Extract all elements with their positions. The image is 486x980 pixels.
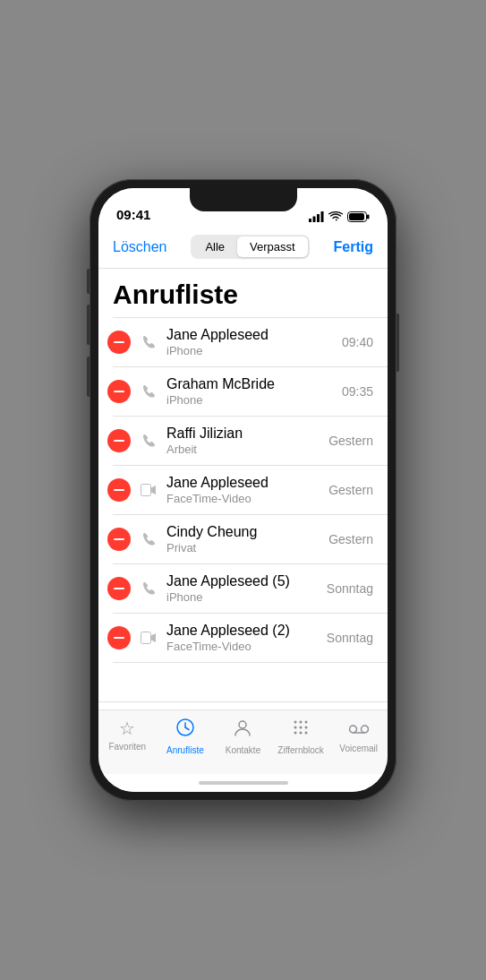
call-info-1: Graham McBride iPhone xyxy=(166,376,342,407)
volume-up-button xyxy=(87,305,90,345)
call-row[interactable]: Jane Appleseed (5) iPhone Sonntag xyxy=(98,564,388,613)
signal-icon xyxy=(309,211,324,222)
call-time-6: Sonntag xyxy=(327,631,373,645)
delete-button[interactable]: Löschen xyxy=(113,239,167,255)
voicemail-label: Voicemail xyxy=(339,744,378,753)
tab-favorites[interactable]: ☆ Favoriten xyxy=(98,718,157,752)
status-time: 09:41 xyxy=(116,207,150,222)
svg-rect-6 xyxy=(349,213,364,220)
svg-rect-3 xyxy=(321,211,324,222)
phone-screen: 09:41 xyxy=(98,188,388,792)
segment-all[interactable]: Alle xyxy=(192,236,237,257)
svg-point-17 xyxy=(300,726,303,729)
delete-icon-2[interactable] xyxy=(107,429,131,452)
wifi-icon xyxy=(328,211,343,222)
contacts-label: Kontakte xyxy=(226,745,260,755)
call-name-6: Jane Appleseed (2) xyxy=(166,623,327,639)
call-info-2: Raffi Jilizian Arbeit xyxy=(166,426,328,456)
segment-control: Alle Verpasst xyxy=(191,235,309,259)
call-row[interactable]: Cindy Cheung Privat Gestern xyxy=(98,515,388,563)
svg-point-15 xyxy=(305,721,308,724)
call-type-icon-5 xyxy=(138,578,159,599)
favorites-icon: ☆ xyxy=(119,718,135,739)
call-subtype-0: iPhone xyxy=(166,344,342,357)
notch xyxy=(190,188,297,211)
call-time-5: Sonntag xyxy=(327,581,373,596)
favorites-label: Favoriten xyxy=(108,742,146,752)
recents-icon xyxy=(175,718,195,743)
tab-bar: ☆ Favoriten Anrufliste xyxy=(98,709,388,774)
call-name-0: Jane Appleseed xyxy=(166,327,342,343)
svg-rect-0 xyxy=(309,219,311,222)
call-row[interactable]: Jane Appleseed FaceTime-Video Gestern xyxy=(98,466,388,514)
call-name-5: Jane Appleseed (5) xyxy=(166,573,327,589)
call-info-0: Jane Appleseed iPhone xyxy=(166,327,342,357)
call-name-3: Jane Appleseed xyxy=(166,475,328,491)
call-time-3: Gestern xyxy=(328,483,373,497)
call-name-1: Graham McBride xyxy=(166,376,342,392)
home-indicator xyxy=(98,774,388,792)
svg-point-23 xyxy=(361,726,368,733)
svg-rect-1 xyxy=(313,217,316,223)
svg-point-18 xyxy=(305,726,308,729)
done-button[interactable]: Fertig xyxy=(334,239,373,255)
tab-contacts[interactable]: Kontakte xyxy=(214,718,272,755)
call-time-2: Gestern xyxy=(328,434,373,448)
nav-bar: Löschen Alle Verpasst Fertig xyxy=(98,228,388,269)
svg-line-11 xyxy=(185,727,189,730)
recents-label: Anrufliste xyxy=(166,745,204,755)
segment-missed[interactable]: Verpasst xyxy=(237,236,308,257)
call-type-icon-4 xyxy=(138,529,159,550)
call-info-5: Jane Appleseed (5) iPhone xyxy=(166,573,327,604)
svg-rect-2 xyxy=(317,214,320,222)
contacts-icon xyxy=(233,718,252,743)
tab-recents[interactable]: Anrufliste xyxy=(157,718,215,755)
svg-point-22 xyxy=(349,726,356,733)
keypad-icon xyxy=(291,718,311,743)
svg-rect-8 xyxy=(141,632,151,644)
call-row[interactable]: Jane Appleseed iPhone 09:40 xyxy=(98,318,388,366)
svg-rect-5 xyxy=(367,215,370,219)
battery-icon xyxy=(347,211,370,222)
call-subtype-4: Privat xyxy=(166,541,328,554)
svg-point-12 xyxy=(239,721,246,728)
call-type-icon-1 xyxy=(138,381,159,402)
call-info-4: Cindy Cheung Privat xyxy=(166,524,328,554)
call-type-icon-3 xyxy=(138,479,159,501)
delete-icon-0[interactable] xyxy=(107,331,131,354)
delete-icon-3[interactable] xyxy=(107,478,131,502)
call-type-icon-0 xyxy=(138,331,159,353)
call-list-content: Anrufliste Jane Appleseed iPhone 09:40 xyxy=(98,269,388,709)
svg-rect-7 xyxy=(141,485,151,496)
voicemail-icon xyxy=(349,718,369,741)
delete-icon-6[interactable] xyxy=(107,626,131,649)
call-time-0: 09:40 xyxy=(342,335,373,349)
volume-down-button xyxy=(87,357,90,397)
call-subtype-2: Arbeit xyxy=(166,443,328,456)
svg-point-14 xyxy=(300,721,303,724)
call-info-3: Jane Appleseed FaceTime-Video xyxy=(166,475,328,505)
delete-icon-4[interactable] xyxy=(107,528,131,551)
call-info-6: Jane Appleseed (2) FaceTime-Video xyxy=(166,623,327,653)
call-subtype-6: FaceTime-Video xyxy=(166,640,327,653)
svg-point-13 xyxy=(294,721,297,724)
tab-voicemail[interactable]: Voicemail xyxy=(329,718,388,753)
mute-button xyxy=(87,269,90,294)
tab-keypad[interactable]: Ziffernblock xyxy=(272,718,330,755)
delete-icon-1[interactable] xyxy=(107,380,131,403)
call-row[interactable]: Raffi Jilizian Arbeit Gestern xyxy=(98,417,388,465)
call-row[interactable]: Jane Appleseed (2) FaceTime-Video Sonnta… xyxy=(98,614,388,662)
svg-point-21 xyxy=(305,732,308,735)
keypad-label: Ziffernblock xyxy=(277,745,324,755)
status-icons xyxy=(309,211,370,222)
svg-point-16 xyxy=(294,726,297,729)
svg-point-19 xyxy=(294,732,297,735)
svg-point-20 xyxy=(300,732,303,735)
delete-icon-5[interactable] xyxy=(107,577,131,600)
empty-space xyxy=(98,663,388,709)
call-time-4: Gestern xyxy=(328,532,373,546)
call-subtype-5: iPhone xyxy=(166,590,327,604)
call-row[interactable]: Graham McBride iPhone 09:35 xyxy=(98,367,388,416)
call-name-4: Cindy Cheung xyxy=(166,524,328,540)
call-type-icon-6 xyxy=(138,627,159,649)
